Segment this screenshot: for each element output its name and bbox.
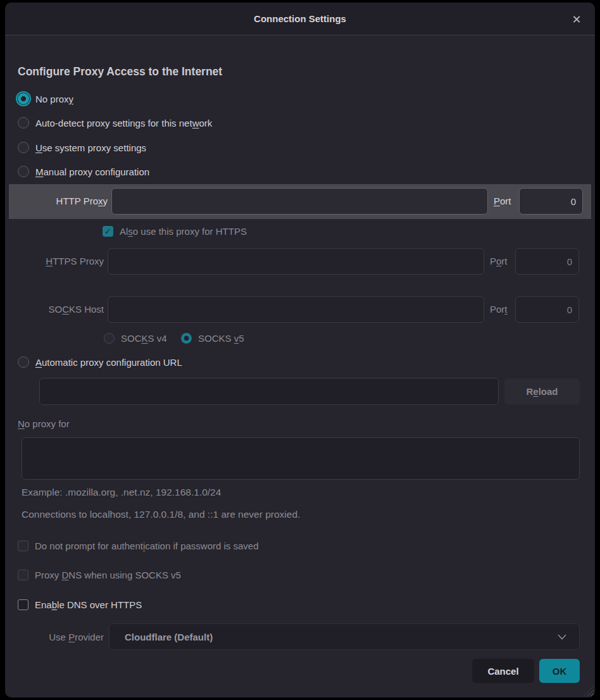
http-port-label: Port <box>494 196 511 206</box>
checkbox-icon <box>18 570 28 580</box>
checkbox-enable-doh[interactable]: Enable DNS over HTTPS <box>18 596 142 613</box>
connection-settings-dialog: Connection Settings ✕ Configure Proxy Ac… <box>5 3 595 697</box>
check-icon: ✓ <box>103 226 113 237</box>
no-proxy-for-textarea <box>22 437 580 480</box>
socks-host-input <box>108 296 484 323</box>
radio-socks-v4: SOCKS v4 <box>104 330 167 346</box>
radio-icon <box>104 333 115 344</box>
no-proxy-for-label: No proxy for <box>18 418 70 429</box>
radio-manual-config[interactable]: Manual proxy configuration <box>18 163 149 180</box>
http-proxy-input[interactable] <box>111 188 488 215</box>
socks-port-input <box>515 296 579 323</box>
radio-icon <box>18 117 29 128</box>
radio-no-proxy[interactable]: No proxy <box>18 91 73 107</box>
resize-gripper-icon[interactable] <box>584 686 594 696</box>
dialog-titlebar: Connection Settings ✕ <box>5 3 595 35</box>
radio-label: No proxy <box>35 94 73 104</box>
no-proxy-example-hint: Example: .mozilla.org, .net.nz, 192.168.… <box>22 487 221 498</box>
https-proxy-label: HTTPS Proxy <box>5 256 104 266</box>
dialog-title: Connection Settings <box>5 3 595 35</box>
radio-auto-config-url[interactable]: Automatic proxy configuration URL <box>18 354 182 370</box>
https-port-label: Port <box>490 256 508 266</box>
checkbox-label: Also use this proxy for HTTPS <box>120 226 247 237</box>
localhost-never-proxied-hint: Connections to localhost, 127.0.0.1/8, a… <box>22 509 300 520</box>
checkbox-label: Proxy DNS when using SOCKS v5 <box>35 570 181 580</box>
checkbox-use-for-https: ✓ Also use this proxy for HTTPS <box>103 223 247 239</box>
ok-button[interactable]: OK <box>539 659 580 683</box>
radio-socks-v5: SOCKS v5 <box>181 330 244 346</box>
https-proxy-input <box>108 248 484 275</box>
section-heading: Configure Proxy Access to the Internet <box>18 65 222 78</box>
radio-label: Manual proxy configuration <box>35 166 149 177</box>
checkbox-icon <box>18 599 28 610</box>
chevron-down-icon <box>558 634 566 640</box>
radio-selected-icon <box>181 333 192 344</box>
socks-host-label: SOCKS Host <box>5 304 104 315</box>
radio-icon <box>18 356 29 368</box>
radio-label: Auto-detect proxy settings for this netw… <box>35 118 212 128</box>
radio-label: Use system proxy settings <box>35 142 146 153</box>
https-port-input <box>515 248 579 275</box>
socks-port-label: Port <box>490 304 508 315</box>
http-proxy-highlight-row: HTTP Proxy Port <box>9 184 591 219</box>
close-icon[interactable]: ✕ <box>568 11 585 28</box>
checkbox-icon <box>18 541 28 551</box>
radio-auto-detect[interactable]: Auto-detect proxy settings for this netw… <box>18 115 212 131</box>
http-proxy-label: HTTP Proxy <box>9 196 108 206</box>
radio-label: Automatic proxy configuration URL <box>35 357 182 368</box>
reload-button: Reload <box>504 378 580 404</box>
radio-icon <box>18 166 29 177</box>
radio-icon <box>18 142 29 153</box>
radio-label: SOCKS v5 <box>198 333 244 344</box>
cancel-button[interactable]: Cancel <box>472 659 534 683</box>
http-port-input[interactable] <box>519 188 583 215</box>
reload-label: Reload <box>526 386 558 397</box>
checkbox-label: Do not prompt for authentication if pass… <box>35 541 259 551</box>
provider-dropdown: Cloudflare (Default) <box>109 623 580 650</box>
checkbox-label: Enable DNS over HTTPS <box>35 599 142 610</box>
ok-label: OK <box>553 666 567 677</box>
use-provider-label: Use Provider <box>5 632 104 642</box>
cancel-label: Cancel <box>487 666 518 677</box>
radio-selected-icon <box>18 93 29 104</box>
checkbox-no-prompt-auth: Do not prompt for authentication if pass… <box>18 537 259 554</box>
provider-selected-value: Cloudflare (Default) <box>125 632 558 642</box>
radio-use-system[interactable]: Use system proxy settings <box>18 139 146 156</box>
auto-config-url-input <box>39 378 499 405</box>
radio-label: SOCKS v4 <box>121 333 167 344</box>
checkbox-proxy-dns-socks5: Proxy DNS when using SOCKS v5 <box>18 566 181 583</box>
